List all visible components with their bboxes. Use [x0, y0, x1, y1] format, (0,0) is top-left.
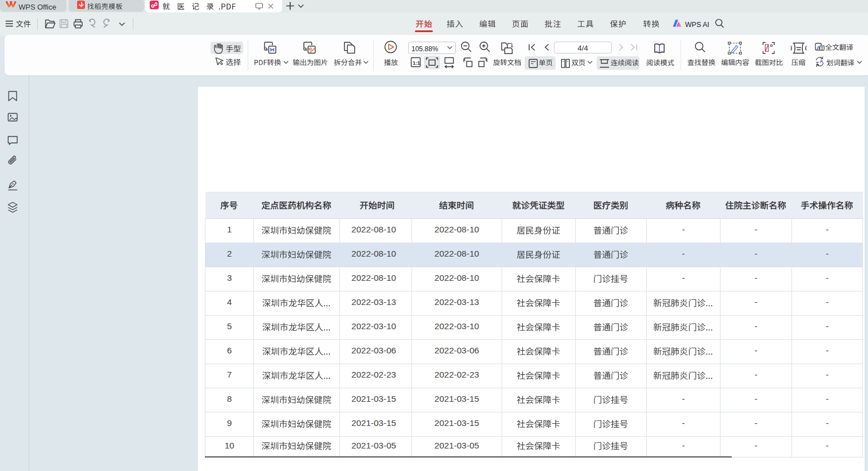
svg-text:A: A — [820, 59, 824, 64]
svg-text:1:1: 1:1 — [413, 60, 420, 66]
